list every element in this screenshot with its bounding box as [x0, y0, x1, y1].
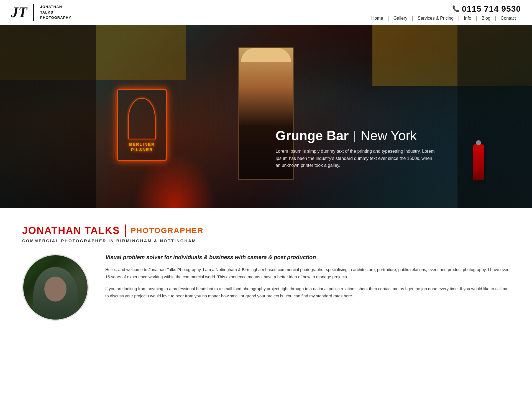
nav-info[interactable]: Info	[459, 16, 477, 21]
hero-neon-text: BERLINER PILSNER	[129, 142, 155, 152]
site-header: JT JONATHAN TALKS PHOTOGRAPHY 📞 0115 714…	[0, 0, 532, 25]
about-role: PHOTOGRAPHER	[131, 226, 204, 235]
hero-title: Grunge Bar | New York	[275, 128, 436, 143]
about-text-area: Visual problem solver for individuals & …	[105, 254, 510, 304]
about-para-1: Hello...and welcome to Jonathan Talks Ph…	[105, 266, 510, 280]
nav-blog[interactable]: Blog	[477, 16, 496, 21]
about-name-divider	[125, 224, 126, 237]
hero-title-divider: |	[353, 129, 356, 142]
hero-title-light: New York	[360, 128, 417, 143]
hero-title-bold: Grunge Bar	[275, 128, 349, 143]
about-header: JONATHAN TALKS PHOTOGRAPHER	[22, 224, 510, 237]
about-name: JONATHAN TALKS	[22, 225, 120, 236]
logo-divider	[33, 4, 34, 21]
header-right: 📞 0115 714 9530 Home Gallery Services & …	[366, 4, 521, 21]
about-section: JONATHAN TALKS PHOTOGRAPHER COMMERCIAL P…	[0, 208, 532, 337]
phone-icon: 📞	[452, 5, 460, 12]
about-para-2: If you are looking from anything to a pr…	[105, 285, 510, 299]
about-photo	[22, 254, 89, 321]
nav-services[interactable]: Services & Pricing	[413, 16, 459, 21]
nav-home[interactable]: Home	[366, 16, 388, 21]
logo-text: JONATHAN TALKS PHOTOGRAPHY	[40, 4, 71, 21]
main-nav: Home Gallery Services & Pricing Info Blo…	[366, 16, 521, 21]
hero-fire-extinguisher	[473, 144, 484, 180]
hero-right-panel	[457, 25, 532, 208]
logo-icon: JT	[11, 5, 27, 20]
phone-area: 📞 0115 714 9530	[452, 4, 521, 14]
logo-area: JT JONATHAN TALKS PHOTOGRAPHY	[11, 4, 71, 21]
about-photo-container	[22, 254, 89, 321]
about-content: Visual problem solver for individuals & …	[22, 254, 510, 321]
about-subtitle: COMMERCIAL PHOTOGRAPHER IN BIRMINGHAM & …	[22, 238, 510, 243]
hero-left-panel	[0, 25, 96, 208]
hero-text-overlay: Grunge Bar | New York Lorem Ipsum is sim…	[275, 128, 436, 169]
about-tagline: Visual problem solver for individuals & …	[105, 254, 510, 261]
hero-section: BERLINER PILSNER Grunge Bar | New York L…	[0, 25, 532, 208]
nav-contact[interactable]: Contact	[496, 16, 521, 21]
nav-gallery[interactable]: Gallery	[388, 16, 413, 21]
hero-neon-figure	[128, 98, 156, 139]
phone-number: 0115 714 9530	[462, 4, 521, 14]
hero-description: Lorem Ipsum is simply dummy text of the …	[275, 148, 436, 169]
hero-neon-sign: BERLINER PILSNER	[117, 89, 167, 161]
